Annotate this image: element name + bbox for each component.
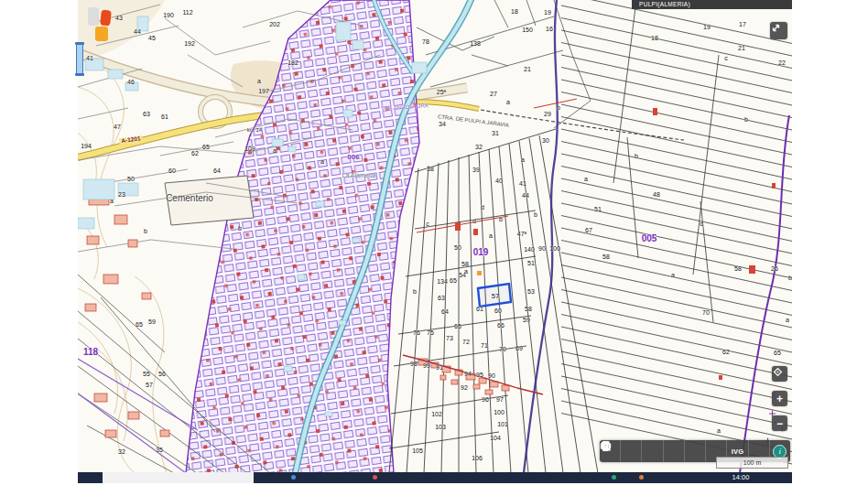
footer-light-panel[interactable] (103, 472, 254, 483)
footer-dot-red[interactable] (373, 475, 377, 480)
logo-mark-red (100, 9, 112, 26)
scale-label: 100 m (743, 459, 761, 466)
app-logo (85, 5, 116, 44)
diamond-icon (772, 366, 784, 378)
municipality-bar: PULPI(ALMERIA) (632, 0, 792, 9)
toolbar-print-button[interactable] (684, 440, 705, 462)
footer-dot-teal[interactable] (612, 475, 616, 480)
urban-blocks (186, 0, 419, 473)
toolbar-zoom-search-button[interactable] (620, 440, 641, 462)
selected-parcel-number: 57 (492, 292, 499, 300)
contour-lines (78, 55, 167, 473)
municipality-name: PULPI(ALMERIA) (639, 1, 690, 7)
polygon-boundary-main (524, 0, 558, 473)
screen: 1121902021921821974344454146636147194109… (0, 0, 868, 496)
footer-dot-blue[interactable] (291, 475, 296, 480)
red-road (403, 355, 543, 394)
parcel-lines-topmid (417, 0, 591, 128)
expand-arrows-icon (770, 22, 782, 34)
pan-compass-button[interactable] (772, 366, 787, 382)
zoom-out-button[interactable]: − (772, 415, 787, 431)
orange-marker (477, 271, 482, 275)
map-canvas[interactable]: 1121902021921821974344454146636147194109… (78, 0, 792, 473)
fullscreen-button[interactable] (770, 22, 787, 39)
zoom-slider[interactable] (76, 43, 83, 75)
logo-mark-gray (88, 7, 99, 26)
toolbar-layers-button[interactable] (641, 440, 662, 462)
map-graphics (78, 0, 792, 473)
footer-taskbar: 14:00 (78, 472, 792, 483)
toolbar-measure-button[interactable] (663, 440, 684, 462)
logo-mark-amber (95, 27, 108, 41)
red-markers (455, 108, 776, 380)
scale-bar: 100 m (716, 457, 788, 469)
parcel-cross-central (389, 129, 556, 448)
info-glyph: i (779, 447, 782, 456)
footer-dot-orange[interactable] (639, 475, 644, 480)
cemetery-outline (165, 176, 254, 225)
zoom-in-button[interactable]: + (772, 391, 787, 406)
ivg-label: IVG (732, 447, 744, 456)
parcel-strips-right (561, 0, 792, 464)
parcel-dividers-right (613, 0, 719, 322)
clock: 14:00 (722, 472, 760, 483)
molecule-icon (600, 440, 612, 452)
